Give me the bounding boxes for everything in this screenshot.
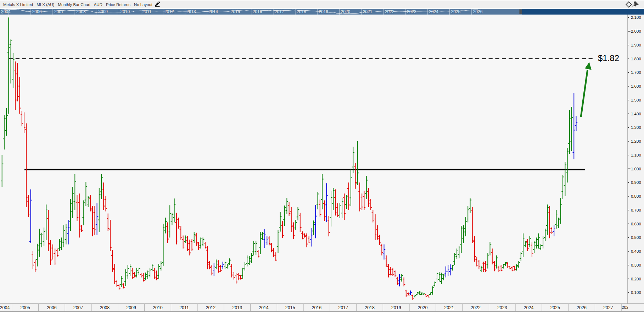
svg-text:0.900: 0.900 bbox=[631, 180, 641, 185]
svg-text:2014: 2014 bbox=[259, 305, 269, 310]
svg-text:2005: 2005 bbox=[20, 305, 30, 310]
svg-text:2012: 2012 bbox=[206, 305, 215, 310]
svg-text:2012: 2012 bbox=[164, 9, 174, 14]
svg-text:1.900: 1.900 bbox=[631, 43, 641, 47]
svg-text:2013: 2013 bbox=[232, 305, 242, 310]
svg-text:2011: 2011 bbox=[142, 9, 152, 14]
svg-text:1.300: 1.300 bbox=[631, 125, 641, 130]
svg-text:2004: 2004 bbox=[0, 305, 10, 310]
svg-text:1.800: 1.800 bbox=[631, 57, 641, 61]
svg-text:2019: 2019 bbox=[391, 305, 401, 310]
svg-text:2022: 2022 bbox=[471, 305, 481, 310]
svg-text:1.400: 1.400 bbox=[631, 112, 641, 116]
svg-text:2024: 2024 bbox=[429, 9, 438, 14]
svg-text:2010: 2010 bbox=[153, 305, 163, 310]
svg-text:2008: 2008 bbox=[76, 9, 86, 14]
svg-text:2021: 2021 bbox=[363, 9, 373, 14]
svg-text:1.100: 1.100 bbox=[631, 153, 641, 157]
svg-text:$1.82: $1.82 bbox=[598, 53, 619, 63]
svg-text:0.800: 0.800 bbox=[631, 194, 641, 198]
svg-text:2015: 2015 bbox=[231, 9, 240, 14]
svg-text:2010: 2010 bbox=[121, 9, 130, 14]
svg-text:1.200: 1.200 bbox=[631, 139, 641, 143]
svg-text:0.300: 0.300 bbox=[631, 263, 641, 267]
svg-text:2026: 2026 bbox=[577, 305, 587, 310]
svg-text:1.700: 1.700 bbox=[631, 70, 641, 75]
svg-text:2016: 2016 bbox=[253, 9, 262, 14]
svg-text:2018: 2018 bbox=[297, 9, 306, 14]
svg-text:2027: 2027 bbox=[603, 305, 613, 310]
svg-text:0.700: 0.700 bbox=[631, 208, 641, 212]
svg-text:2020: 2020 bbox=[341, 9, 351, 14]
svg-text:2011: 2011 bbox=[179, 305, 189, 310]
svg-text:2025: 2025 bbox=[550, 305, 560, 310]
svg-text:2016: 2016 bbox=[312, 305, 321, 310]
svg-text:2018: 2018 bbox=[365, 305, 375, 310]
svg-text:2025: 2025 bbox=[451, 9, 461, 14]
svg-text:2017: 2017 bbox=[338, 305, 348, 310]
svg-text:2006: 2006 bbox=[32, 9, 42, 14]
svg-text:0.200: 0.200 bbox=[631, 277, 641, 281]
svg-text:2017: 2017 bbox=[275, 9, 284, 14]
svg-text:2023: 2023 bbox=[497, 305, 507, 310]
svg-text:2007: 2007 bbox=[73, 305, 83, 310]
svg-text:2021: 2021 bbox=[444, 305, 454, 310]
svg-text:2006: 2006 bbox=[47, 305, 57, 310]
svg-text:1.000: 1.000 bbox=[631, 167, 641, 171]
svg-text:2009: 2009 bbox=[98, 9, 108, 14]
svg-text:2024: 2024 bbox=[524, 305, 534, 310]
svg-text:2013: 2013 bbox=[186, 9, 196, 14]
svg-text:0.400: 0.400 bbox=[631, 249, 641, 253]
svg-text:0.100: 0.100 bbox=[631, 290, 641, 295]
svg-text:2.000: 2.000 bbox=[631, 29, 641, 33]
svg-text:0.500: 0.500 bbox=[631, 235, 641, 240]
svg-text:2.100: 2.100 bbox=[631, 15, 641, 20]
svg-text:1.600: 1.600 bbox=[631, 84, 641, 88]
svg-text:2009: 2009 bbox=[126, 305, 136, 310]
svg-text:1.500: 1.500 bbox=[631, 98, 641, 102]
svg-text:2019: 2019 bbox=[319, 9, 328, 14]
svg-text:2026: 2026 bbox=[473, 9, 483, 14]
svg-text:2008: 2008 bbox=[100, 305, 110, 310]
svg-text:2022: 2022 bbox=[385, 9, 394, 14]
svg-text:0.600: 0.600 bbox=[631, 222, 641, 226]
svg-text:2020: 2020 bbox=[418, 305, 428, 310]
svg-text:2007: 2007 bbox=[54, 9, 64, 14]
svg-text:2014: 2014 bbox=[208, 9, 218, 14]
svg-text:2015: 2015 bbox=[285, 305, 295, 310]
svg-text:Metals X Limited - MLX (AU) -: Metals X Limited - MLX (AU) - Monthly Ba… bbox=[3, 2, 153, 7]
svg-text:2023: 2023 bbox=[407, 9, 416, 14]
